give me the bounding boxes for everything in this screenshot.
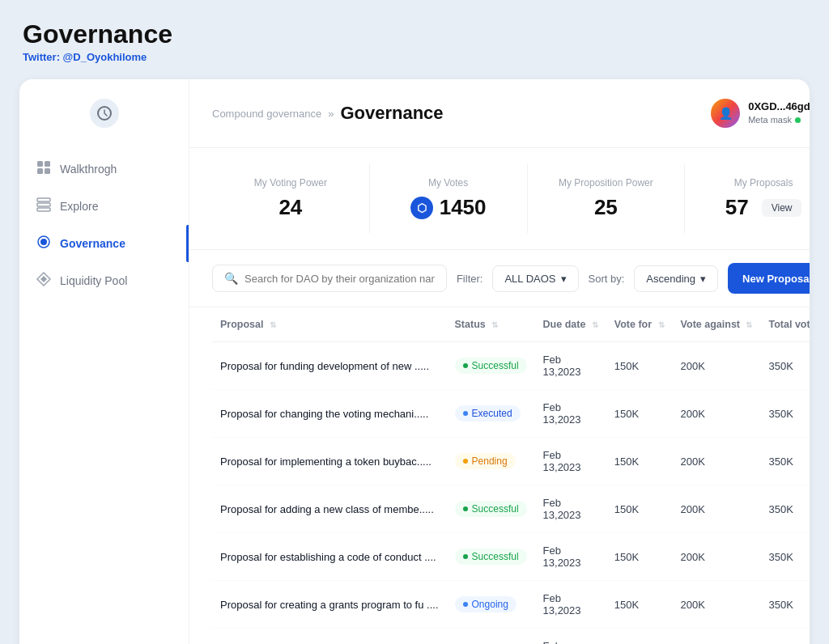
svg-rect-3 [37,168,43,174]
filter-chevron-icon: ▾ [561,273,567,285]
sidebar: Walkthrogh Explore Governance Liquidity … [19,79,189,644]
col-due-date[interactable]: Due date ⇅ [535,307,606,342]
cell-vote-against: 200K [673,581,761,629]
cell-vote-for: 150K [606,485,673,533]
breadcrumb: Compound governance » Governance [212,103,444,124]
breadcrumb-parent[interactable]: Compound governance [212,108,321,120]
cell-due-date: Feb 13,2023 [535,390,606,438]
search-input[interactable] [244,273,435,285]
status-badge: Successful [455,358,527,374]
wallet-name: Meta mask [748,114,810,125]
table-row[interactable]: Proposal for funding development of new … [212,342,810,390]
wallet-status-dot [795,117,801,123]
explore-icon [36,197,52,215]
col-vote-against[interactable]: Vote against ⇅ [673,307,761,342]
avatar: 👤 [711,99,740,128]
cell-status: Successful [447,342,535,390]
cell-proposal: Proposal for changing the voting mechani… [212,390,447,438]
proposals-table-wrap: Proposal ⇅ Status ⇅ Due date ⇅ Vote for … [189,307,810,644]
sidebar-label-governance: Governance [60,237,125,250]
stat-my-votes: My Votes ⬡ 1450 [370,164,528,233]
sort-value: Ascending [646,273,695,285]
user-info: 0XGD...46gdW Meta mask [748,100,810,125]
stat-label-my-votes: My Votes [386,177,511,189]
filter-select[interactable]: ALL DAOS ▾ [492,265,578,292]
stat-proposition-power: My Proposition Power 25 [528,164,686,233]
svg-rect-6 [37,203,50,206]
sidebar-item-governance[interactable]: Governance [19,225,189,262]
table-row[interactable]: Proposal for creating a grants program t… [212,581,810,629]
col-status[interactable]: Status ⇅ [447,307,535,342]
sidebar-item-walkthrough[interactable]: Walkthrogh [19,150,189,188]
cell-proposal: Proposal for funding development of new … [212,342,447,390]
table-row[interactable]: Proposal for adding a new class of membe… [212,485,810,533]
col-proposal[interactable]: Proposal ⇅ [212,307,447,342]
status-dot [463,459,468,464]
subtitle-prefix: Twitter: [23,51,63,63]
status-badge: Successful [455,549,527,565]
cell-status: Successful [447,485,535,533]
cell-vote-for: 150K [606,533,673,581]
twitter-handle[interactable]: @D_Oyokhilome [63,51,147,63]
user-menu[interactable]: 👤 0XGD...46gdW Meta mask ▾ [703,94,810,133]
table-row[interactable]: Proposal for establishing a code of cond… [212,533,810,581]
cell-vote-against: 200K [673,342,761,390]
cell-total-votes: 350K [760,533,810,581]
svg-rect-1 [37,161,43,167]
table-row[interactable]: Proposal for implementing a token buybac… [212,438,810,485]
page-header: Governance Twitter: @D_Oyokhilome [19,19,810,63]
sort-label: Sort by: [589,273,625,285]
sidebar-label-walkthrough: Walkthrogh [60,163,117,176]
sort-chevron-icon: ▾ [700,273,706,285]
cell-vote-against: 200K [673,438,761,485]
view-proposals-button[interactable]: View [762,199,802,217]
cell-due-date: Feb 13,2023 [535,342,606,390]
cell-vote-for: 150K [606,390,673,438]
cell-vote-for: 150K [606,629,673,645]
cell-total-votes: 350K [760,390,810,438]
sidebar-item-liquidity[interactable]: Liquidity Pool [19,262,189,299]
stat-value-my-votes: ⬡ 1450 [386,195,511,220]
cell-total-votes: 350K [760,485,810,533]
svg-rect-4 [45,168,50,174]
table-row[interactable]: Proposal for changing the voting mechani… [212,390,810,438]
cell-status: Successful [447,629,535,645]
governance-icon [36,235,52,252]
cell-status: Pending [447,438,535,485]
breadcrumb-separator: » [328,108,334,120]
table-header-row: Proposal ⇅ Status ⇅ Due date ⇅ Vote for … [212,307,810,342]
sidebar-item-explore[interactable]: Explore [19,188,189,225]
user-address: 0XGD...46gdW [748,100,810,114]
status-dot [463,411,468,416]
stat-voting-power: My Voting Power 24 [212,164,370,233]
search-wrap: 🔍 [212,265,447,292]
cell-status: Ongoing [447,581,535,629]
page-title: Governance [23,19,810,49]
cell-vote-against: 200K [673,390,761,438]
toolbar: 🔍 Filter: ALL DAOS ▾ Sort by: Ascending … [189,250,810,307]
cell-total-votes: 350K [760,342,810,390]
stats-row: My Voting Power 24 My Votes ⬡ 1450 My Pr… [189,148,810,250]
cell-proposal: Proposal for implementing a reputation s… [212,629,447,645]
cell-proposal: Proposal for establishing a code of cond… [212,533,447,581]
sidebar-logo [90,99,119,128]
col-vote-for[interactable]: Vote for ⇅ [606,307,673,342]
main-card: Walkthrogh Explore Governance Liquidity … [19,79,810,644]
new-proposal-button[interactable]: New Proposal ＋ [728,263,810,294]
cell-vote-against: 200K [673,629,761,645]
cell-total-votes: 350K [760,581,810,629]
stat-value-voting-power: 24 [228,195,353,220]
proposals-table: Proposal ⇅ Status ⇅ Due date ⇅ Vote for … [212,307,810,644]
status-dot [463,506,468,511]
stat-value-proposition: 25 [544,195,669,220]
status-dot [463,554,468,559]
col-total-votes[interactable]: Total votes ⇅ [760,307,810,342]
votes-icon: ⬡ [410,197,433,219]
cell-total-votes: 350K [760,438,810,485]
svg-rect-7 [37,208,50,211]
page-subtitle: Twitter: @D_Oyokhilome [23,51,810,63]
table-row[interactable]: Proposal for implementing a reputation s… [212,629,810,645]
sort-select[interactable]: Ascending ▾ [634,265,718,292]
stat-label-voting-power: My Voting Power [228,177,353,189]
cell-vote-against: 200K [673,533,761,581]
